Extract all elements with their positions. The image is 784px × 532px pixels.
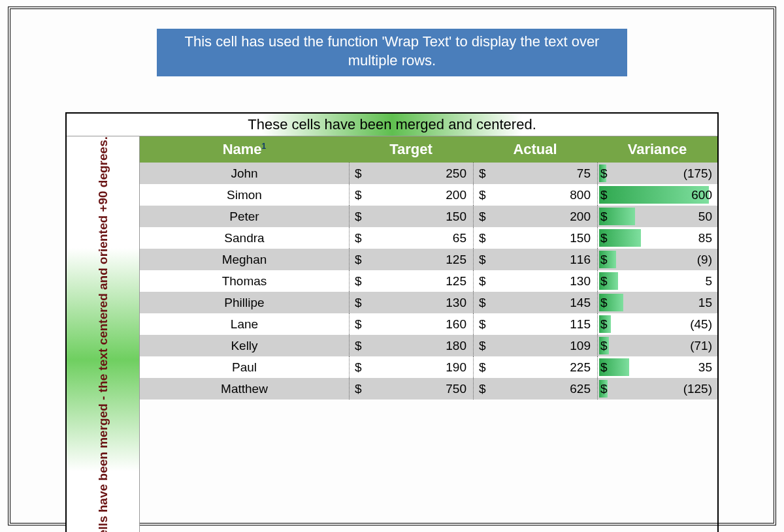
target-value: 750 xyxy=(368,382,466,396)
cell-variance: $(45) xyxy=(597,313,717,335)
currency-symbol: $ xyxy=(600,166,613,181)
currency-symbol: $ xyxy=(355,317,368,332)
currency-symbol: $ xyxy=(479,166,492,181)
target-value: 180 xyxy=(368,339,466,353)
cell-name: Matthew xyxy=(140,382,349,396)
cell-name: Lane xyxy=(140,317,349,332)
cell-actual: $625 xyxy=(473,378,597,399)
actual-value: 225 xyxy=(492,360,591,375)
table-rows: John$250$75$(175)Simon$200$800$600Peter$… xyxy=(140,163,717,399)
table-row: Paul$190$225$35 xyxy=(140,356,717,378)
currency-symbol: $ xyxy=(479,296,492,310)
cell-name: John xyxy=(140,166,349,181)
currency-symbol: $ xyxy=(600,253,613,267)
actual-value: 116 xyxy=(492,253,591,267)
cell-variance: $600 xyxy=(597,184,717,206)
currency-symbol: $ xyxy=(600,210,613,224)
currency-symbol: $ xyxy=(355,360,368,375)
cell-name: Meghan xyxy=(140,253,349,267)
actual-value: 75 xyxy=(492,166,591,181)
cell-actual: $109 xyxy=(473,335,597,356)
target-value: 190 xyxy=(368,360,466,375)
variance-value: (71) xyxy=(613,339,712,353)
actual-value: 625 xyxy=(492,382,591,396)
header-name: Name1 xyxy=(140,141,349,158)
currency-symbol: $ xyxy=(355,210,368,224)
currency-symbol: $ xyxy=(479,274,492,289)
cell-target: $160 xyxy=(349,313,473,335)
table-row: Kelly$180$109$(71) xyxy=(140,335,717,356)
currency-symbol: $ xyxy=(600,188,613,202)
cell-target: $180 xyxy=(349,335,473,356)
cell-name: Kelly xyxy=(140,339,349,353)
variance-value: 35 xyxy=(613,360,712,375)
cell-target: $130 xyxy=(349,292,473,313)
currency-symbol: $ xyxy=(479,360,492,375)
cell-actual: $115 xyxy=(473,313,597,335)
currency-symbol: $ xyxy=(355,296,368,310)
cell-actual: $200 xyxy=(473,206,597,227)
actual-value: 145 xyxy=(492,296,591,310)
variance-value: (125) xyxy=(613,382,712,396)
cell-target: $190 xyxy=(349,356,473,378)
vertical-merged-cell: These cells have been merged - the text … xyxy=(67,136,140,532)
currency-symbol: $ xyxy=(600,274,613,289)
cell-name: Phillipe xyxy=(140,296,349,310)
spreadsheet-region: These cells have been merged and centere… xyxy=(65,112,719,532)
cell-actual: $225 xyxy=(473,356,597,378)
cell-variance: $(125) xyxy=(597,378,717,399)
target-value: 125 xyxy=(368,253,466,267)
table-row: Sandra$65$150$85 xyxy=(140,227,717,249)
cell-target: $250 xyxy=(349,163,473,184)
table-row: Matthew$750$625$(125) xyxy=(140,378,717,399)
cell-actual: $75 xyxy=(473,163,597,184)
cell-variance: $5 xyxy=(597,270,717,292)
currency-symbol: $ xyxy=(479,317,492,332)
header-name-superscript: 1 xyxy=(262,142,267,151)
cell-name: Peter xyxy=(140,210,349,224)
actual-value: 200 xyxy=(492,210,591,224)
cell-actual: $800 xyxy=(473,184,597,206)
cell-name: Thomas xyxy=(140,274,349,289)
cell-variance: $15 xyxy=(597,292,717,313)
currency-symbol: $ xyxy=(479,188,492,202)
merged-centered-header: These cells have been merged and centere… xyxy=(67,114,717,136)
data-table: Name1 Target Actual Variance John$250$75… xyxy=(140,136,717,532)
variance-value: (175) xyxy=(613,166,712,181)
currency-symbol: $ xyxy=(479,339,492,353)
target-value: 125 xyxy=(368,274,466,289)
table-row: Peter$150$200$50 xyxy=(140,206,717,227)
cell-target: $200 xyxy=(349,184,473,206)
cell-actual: $150 xyxy=(473,227,597,249)
target-value: 160 xyxy=(368,317,466,332)
variance-value: 50 xyxy=(613,210,712,224)
wrap-text-banner: This cell has used the function 'Wrap Te… xyxy=(157,29,627,76)
cell-target: $125 xyxy=(349,270,473,292)
target-value: 65 xyxy=(368,231,466,245)
cell-variance: $50 xyxy=(597,206,717,227)
currency-symbol: $ xyxy=(600,296,613,310)
variance-value: 5 xyxy=(613,274,712,289)
actual-value: 109 xyxy=(492,339,591,353)
cell-variance: $(71) xyxy=(597,335,717,356)
column-header-row: Name1 Target Actual Variance xyxy=(140,136,717,163)
cell-variance: $85 xyxy=(597,227,717,249)
currency-symbol: $ xyxy=(355,166,368,181)
currency-symbol: $ xyxy=(479,231,492,245)
currency-symbol: $ xyxy=(600,360,613,375)
target-value: 250 xyxy=(368,166,466,181)
table-row: Phillipe$130$145$15 xyxy=(140,292,717,313)
table-row: Meghan$125$116$(9) xyxy=(140,249,717,270)
cell-target: $125 xyxy=(349,249,473,270)
variance-value: 600 xyxy=(613,188,712,202)
document-frame: This cell has used the function 'Wrap Te… xyxy=(8,7,776,525)
currency-symbol: $ xyxy=(600,231,613,245)
currency-symbol: $ xyxy=(355,382,368,396)
currency-symbol: $ xyxy=(479,382,492,396)
cell-actual: $116 xyxy=(473,249,597,270)
header-variance: Variance xyxy=(597,141,717,158)
table-row: Thomas$125$130$5 xyxy=(140,270,717,292)
variance-value: 85 xyxy=(613,231,712,245)
currency-symbol: $ xyxy=(600,317,613,332)
actual-value: 130 xyxy=(492,274,591,289)
